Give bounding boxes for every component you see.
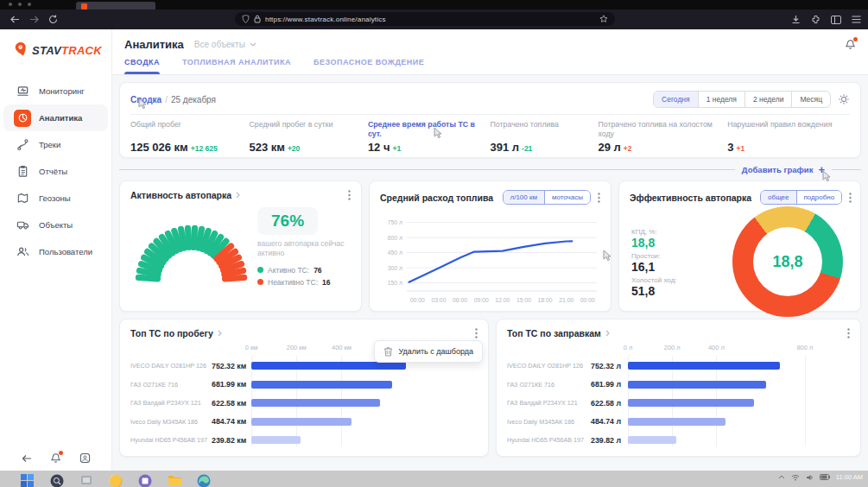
sidebar-item-reports[interactable]: Отчёты (0, 158, 111, 185)
sidebar-item-geozones[interactable]: Геозоны (0, 185, 111, 212)
firefox-icon[interactable] (109, 474, 124, 487)
forward-icon[interactable] (24, 16, 43, 23)
window-controls[interactable] (9, 3, 31, 6)
card-menu-kebab-icon[interactable] (847, 328, 850, 338)
top-mileage-title[interactable]: Топ ТС по пробегу (130, 328, 213, 338)
svg-text:300 л: 300 л (387, 265, 402, 271)
breadcrumb-summary-link[interactable]: Сводка (130, 95, 162, 104)
lock-icon (254, 15, 261, 23)
svg-text:12:00: 12:00 (495, 297, 510, 303)
wifi-icon[interactable] (791, 474, 800, 481)
main-panel: Аналитика Все объекты СВОДКА ТОПЛИВНАЯ А… (112, 29, 868, 471)
fleet-activity-title[interactable]: Активность автопарка (130, 190, 231, 200)
page-title: Аналитика (124, 38, 184, 51)
sidebar-item-objects[interactable]: Объекты (0, 212, 111, 238)
period-today-button[interactable]: Сегодня (654, 92, 698, 107)
svg-text:03:00: 03:00 (431, 297, 446, 303)
sidebar-item-monitoring[interactable]: Мониторинг (0, 78, 111, 104)
fuel-consumption-card: Средний расход топлива л/100 км моточасы… (369, 180, 611, 312)
delete-from-dashboard-item[interactable]: Удалить с дашборда (398, 347, 473, 356)
objects-filter-dropdown[interactable]: Все объекты (194, 40, 257, 49)
back-icon[interactable] (5, 16, 24, 23)
sidebar-item-label: Мониторинг (39, 86, 85, 96)
svg-text:18:00: 18:00 (537, 297, 552, 303)
favicon-icon (81, 3, 87, 9)
stat-idle-fuel-spent: Потрачено топлива на холостом ходу 29 л+… (598, 120, 727, 155)
vehicle-bar-row[interactable]: ГАЗ О271КЕ 716681.99 л (507, 376, 848, 395)
vehicle-bar-row[interactable]: ГАЗ Валдай Р234УХ 121622.58 км (130, 394, 476, 413)
notifications-bell-icon[interactable] (50, 452, 61, 464)
period-2weeks-button[interactable]: 2 недели (744, 92, 791, 107)
breadcrumb-date: 25 декабря (171, 95, 216, 104)
svg-text:15:00: 15:00 (516, 297, 530, 303)
sidebar-item-tracks[interactable]: Треки (0, 131, 111, 158)
donut-center-value: 18,8 (772, 253, 802, 271)
users-icon (14, 244, 31, 261)
downloads-icon[interactable] (791, 15, 801, 24)
vehicle-bar-row[interactable]: Iveco Daily М345АК 186484.74 л (507, 413, 848, 432)
folder-icon[interactable] (168, 474, 182, 487)
file-explorer-icon[interactable] (79, 474, 94, 487)
fleet-efficiency-title[interactable]: Эффективность автопарка (630, 193, 751, 203)
sidebar-item-analytics[interactable]: Аналитика (3, 104, 108, 131)
collapse-sidebar-icon[interactable] (22, 454, 32, 463)
url-bar[interactable]: https://www.stavtrack.online/analytics (235, 12, 615, 26)
settings-gear-icon[interactable] (838, 93, 850, 105)
browser-tabstrip (0, 0, 868, 9)
tab-safe-driving[interactable]: БЕЗОПАСНОЕ ВОЖДЕНИЕ (314, 54, 424, 74)
browser-tab[interactable] (76, 2, 155, 9)
vehicle-bar-row[interactable]: IVECO DAILY О281НР 126752.32 л (507, 357, 848, 376)
fuel-consumption-title[interactable]: Средний расход топлива (380, 193, 493, 203)
card-menu-kebab-icon[interactable] (598, 193, 600, 203)
legend-inactive: Неактивно ТС:16 (257, 278, 352, 287)
menu-icon[interactable] (852, 16, 861, 23)
vehicle-bar-row[interactable]: ГАЗ Валдай Р234УХ 121622.58 л (507, 394, 848, 413)
volume-icon[interactable] (806, 474, 814, 481)
shield-icon (242, 15, 250, 23)
summary-stats: Общий пробег 125 026 км+12 625 Средний п… (130, 120, 850, 155)
period-month-button[interactable]: Месяц (791, 92, 830, 107)
battery-icon[interactable] (820, 474, 830, 480)
top-refuels-title[interactable]: Топ ТС по заправкам (507, 328, 601, 338)
reload-icon[interactable] (43, 15, 62, 24)
stat-fuel-spent: Потрачено топлива 391 л-21 (490, 120, 598, 155)
tray-expand-icon[interactable] (778, 475, 785, 479)
start-button-icon[interactable] (21, 474, 35, 487)
vehicle-bar-row[interactable]: Iveco Daily М345АК 186484.74 км (130, 413, 476, 432)
edge-browser-icon[interactable] (197, 474, 212, 487)
sidebar-toggle-icon[interactable] (831, 16, 841, 24)
tab-summary[interactable]: СВОДКА (124, 54, 160, 74)
sidebar-item-users[interactable]: Пользователи (0, 238, 111, 265)
toggle-detailed[interactable]: подробно (796, 191, 842, 204)
vehicle-bar-row[interactable]: Hyundai HD65 Р456АВ 197239.82 л (507, 431, 848, 450)
tab-fuel-analytics[interactable]: ТОПЛИВНАЯ АНАЛИТИКА (182, 54, 291, 74)
store-icon[interactable] (138, 474, 153, 487)
extensions-icon[interactable] (811, 15, 820, 24)
vehicle-bar-row[interactable]: Hyundai HD65 Р456АВ 197239.82 км (130, 431, 476, 450)
toggle-l100km[interactable]: л/100 км (504, 191, 544, 204)
toggle-motohours[interactable]: моточасы (544, 191, 590, 204)
bookmark-star-icon[interactable] (599, 15, 608, 23)
card-menu-kebab-icon[interactable] (348, 190, 351, 200)
card-menu-kebab-icon[interactable] (849, 193, 852, 203)
add-chart-button[interactable]: Добавить график + (735, 163, 832, 176)
reports-icon (14, 163, 31, 180)
vehicle-bar-row[interactable]: ГАЗ О271КЕ 716681.99 км (130, 376, 476, 395)
sidebar-item-label: Треки (39, 140, 60, 149)
add-chart-divider: Добавить график + (119, 161, 861, 177)
svg-text:600 л: 600 л (387, 235, 402, 241)
tab-bar: СВОДКА ТОПЛИВНАЯ АНАЛИТИКА БЕЗОПАСНОЕ ВО… (112, 54, 868, 75)
chevron-right-icon (218, 330, 222, 337)
card-menu-kebab-icon[interactable] (475, 328, 478, 338)
search-taskbar-icon[interactable] (50, 474, 65, 487)
svg-text:450 л: 450 л (387, 250, 402, 256)
top-refuels-bars: 0 л200 л400 л800 л IVECO DAILY О281НР 12… (497, 340, 860, 450)
objects-filter-label: Все объекты (194, 40, 245, 49)
account-icon[interactable] (79, 452, 91, 464)
news-bell-icon[interactable] (845, 39, 856, 50)
sidebar-item-label: Пользователи (39, 247, 92, 256)
svg-text:21:00: 21:00 (559, 297, 573, 303)
period-1week-button[interactable]: 1 неделя (698, 92, 744, 107)
fuel-unit-toggle: л/100 км моточасы (503, 190, 591, 205)
toggle-general[interactable]: общее (761, 191, 795, 204)
